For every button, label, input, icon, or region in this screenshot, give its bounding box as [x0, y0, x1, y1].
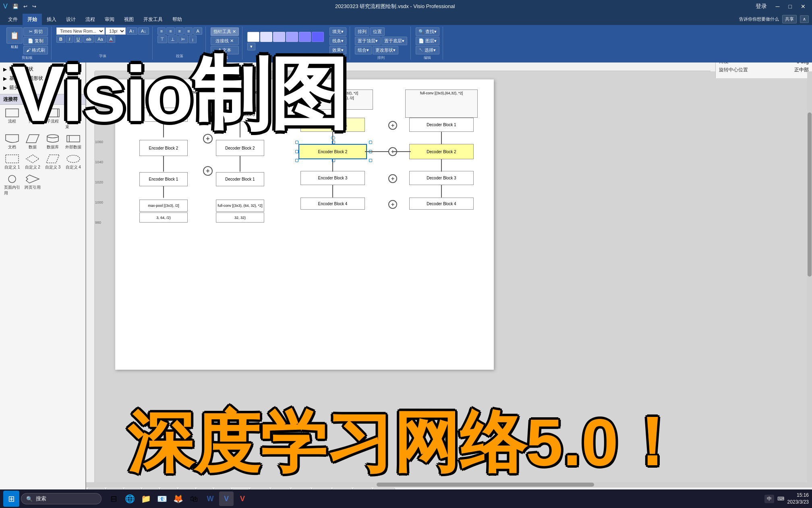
tab-view[interactable]: 视图 [119, 14, 139, 25]
shape-style-3[interactable] [273, 32, 285, 42]
layer2-left[interactable]: 3, 64, /2) [139, 212, 188, 223]
minimize-button[interactable]: ─ [773, 2, 783, 10]
shape-decision[interactable]: 判定 [24, 107, 42, 131]
taskbar-icon-word[interactable]: W [203, 491, 218, 506]
align-left-btn[interactable]: ≡ [157, 27, 166, 35]
effect-btn[interactable]: 效果▾ [329, 46, 346, 54]
maxpool-left[interactable]: max-pool [(3x3), /2] [139, 200, 188, 212]
increase-font-btn[interactable]: A↑ [126, 27, 137, 35]
taskbar-icon-visio[interactable]: V [219, 491, 234, 506]
maximize-button[interactable]: □ [785, 2, 795, 10]
taskbar-icon-extra1[interactable]: V [235, 491, 250, 506]
shape-custom1[interactable]: 自定义 1 [3, 153, 21, 171]
decoder-block1-right[interactable]: Decoder Block 1 [409, 118, 474, 132]
shape-custom2[interactable]: 自定义 2 [24, 153, 42, 171]
select-btn[interactable]: ↖ 选择▾ [416, 46, 439, 54]
strikethrough-btn[interactable]: ab [83, 35, 94, 43]
conv-top[interactable]: conv [(7x7),(3,64), /2] [300, 96, 373, 104]
canvas-area[interactable]: Element-wise Sum Concatenate Encoder Blo… [95, 71, 812, 490]
taskbar-lang-btn[interactable]: 中 [764, 495, 774, 503]
underline-btn[interactable]: U [74, 35, 83, 43]
shape-database[interactable]: 数据库 [44, 133, 62, 151]
encoder-block1-right[interactable]: Encoder Block 1 [300, 118, 365, 132]
tab-insert[interactable]: 插入 [42, 14, 61, 25]
list-btn[interactable]: ≡ [184, 27, 193, 35]
shape-custom4[interactable]: 自定义 4 [64, 153, 83, 171]
decoder-block3-left[interactable]: Decoder Block 3 [216, 108, 264, 122]
bold-btn[interactable]: B [56, 35, 65, 43]
shape-crossref[interactable]: 跨页引用 [24, 173, 42, 197]
encoder-block4-right[interactable]: Encoder Block 4 [300, 198, 365, 210]
taskbar-input-icon[interactable]: ⌨ [777, 496, 784, 502]
taskbar-icon-mail[interactable]: 📧 [155, 491, 169, 506]
connectors-section[interactable]: 连接符 [0, 94, 85, 105]
encoder-block3-right[interactable]: Encoder Block 3 [300, 171, 365, 185]
tab-help[interactable]: 帮助 [168, 14, 187, 25]
copy-button[interactable]: 📄 复制 [23, 37, 48, 45]
tab-developer[interactable]: 开发工具 [139, 14, 168, 25]
tab-review[interactable]: 审阅 [100, 14, 119, 25]
valign-mid-btn[interactable]: ⊥ [168, 35, 178, 43]
taskbar-icon-store[interactable]: 🛍 [187, 491, 201, 506]
case-btn[interactable]: Aa [95, 35, 106, 43]
shape-pageref[interactable]: 页面内引用 [3, 173, 21, 197]
taskbar-icon-browser[interactable]: 🦊 [171, 491, 185, 506]
line-btn[interactable]: 线条▾ [329, 37, 346, 45]
notify-btn[interactable]: 告诉你你想要做什么 [739, 16, 779, 22]
align-right-btn[interactable]: ≡ [176, 27, 184, 35]
italic-btn[interactable]: I [66, 35, 73, 43]
fullconv-left[interactable]: full-conv [(3x3), (64, 32), *2] [216, 200, 264, 212]
login-button[interactable]: 登录 [752, 2, 770, 11]
font-size-selector[interactable]: 13pt [106, 27, 126, 35]
fullconv-right-box[interactable]: full-conv [(3x3),(64,32), *2] [405, 90, 478, 118]
decoder-block1-left[interactable]: Decoder Block 1 [216, 172, 264, 186]
connector-tool-btn[interactable]: 连接线 ✕ [211, 37, 239, 45]
close-button[interactable]: ✕ [798, 2, 809, 10]
change-shape-btn[interactable]: 更改形状▾ [373, 46, 398, 54]
indent-btn[interactable]: A [193, 27, 202, 35]
scrollbar-horizontal[interactable] [86, 482, 812, 487]
category-3d[interactable]: ▶ 维度图形状 [0, 65, 85, 74]
paste-button[interactable]: 📋 [6, 27, 23, 44]
style-more-btn[interactable]: ▾ [247, 43, 255, 50]
shape-data[interactable]: 数据 [24, 133, 42, 151]
category-basic-flow[interactable]: ▶ 基本流程图形状 [0, 74, 85, 83]
tab-design[interactable]: 设计 [61, 14, 81, 25]
shape-terminal[interactable]: 开始/结束 [64, 107, 83, 131]
fill-btn[interactable]: 填充▾ [329, 27, 346, 36]
font-color-btn[interactable]: A [107, 35, 115, 43]
arrange-btn[interactable]: 排列 [355, 27, 369, 36]
shape-style-2[interactable] [260, 32, 272, 42]
layer4-left[interactable]: 32, 32) [216, 212, 264, 223]
send-back-btn[interactable]: 置于底层▾ [381, 37, 407, 45]
tab-file[interactable]: 文件 [3, 14, 23, 25]
bring-front-btn[interactable]: 置于顶层▾ [355, 37, 381, 45]
layer-btn[interactable]: 📄 图层▾ [416, 37, 439, 45]
rotate-handle[interactable] [331, 136, 335, 140]
encoder-block1-left[interactable]: Encoder Block 1 [139, 172, 188, 186]
encoder-block3-left[interactable]: Encoder Block 3 [139, 108, 188, 122]
shape-style-6[interactable] [312, 32, 324, 42]
undo-button[interactable]: ↩ [22, 3, 29, 10]
shape-style-4[interactable] [286, 32, 298, 42]
shape-flow[interactable]: 流程 [3, 107, 21, 131]
font-selector[interactable]: Times New Rom... [56, 27, 105, 35]
encoder-block2-left[interactable]: Encoder Block 2 [139, 140, 188, 156]
decoder-block2-right[interactable]: Decoder Block 2 [409, 144, 474, 159]
tab-home[interactable]: 开始 [23, 14, 42, 25]
shape-external-data[interactable]: 外部数据 [64, 133, 83, 151]
spacing-btn[interactable]: ↕ [189, 35, 197, 43]
shape-document[interactable]: 文档 [3, 133, 21, 151]
text-tool-btn[interactable]: A 文本 [211, 46, 239, 54]
shape-subprocess[interactable]: 子流程 [44, 107, 62, 131]
save-button[interactable]: 💾 [11, 3, 20, 10]
redo-button[interactable]: ↪ [31, 3, 38, 10]
encoder-block2-right-selected[interactable]: Encoder Block 2 [298, 144, 367, 159]
tab-process[interactable]: 流程 [81, 14, 100, 25]
pointer-tool-btn[interactable]: 指针工具 ✕ [211, 27, 239, 36]
group-btn[interactable]: 组合▾ [355, 46, 372, 54]
taskbar-icon-taskview[interactable]: ⊟ [106, 491, 121, 506]
decoder-block4-right[interactable]: Decoder Block 4 [409, 198, 474, 210]
cut-button[interactable]: ✂ 剪切 [23, 27, 48, 36]
share-button[interactable]: 共享 [782, 15, 797, 23]
